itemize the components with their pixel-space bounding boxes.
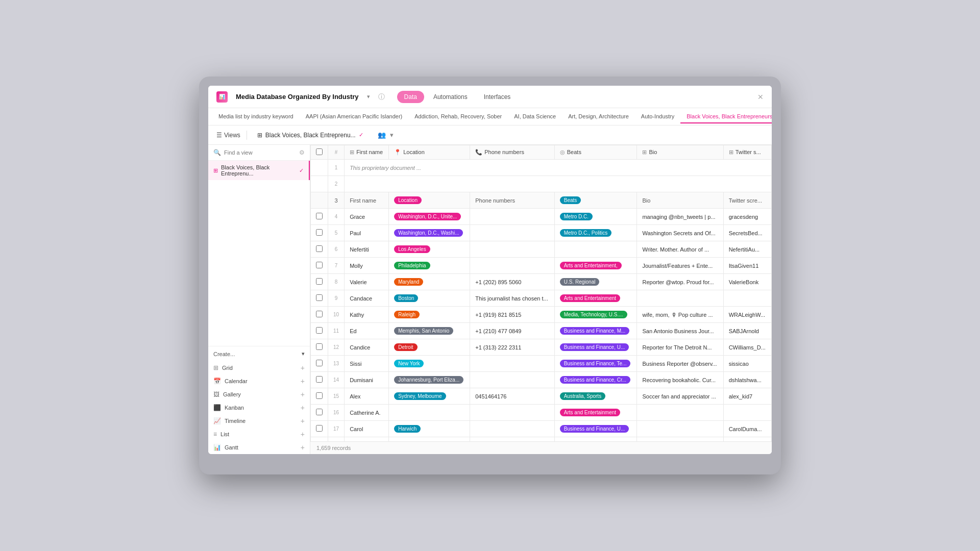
current-view-tag[interactable]: ⊞ Black Voices, Black Entreprenu... ✓ [253, 130, 368, 140]
cell-phone [470, 241, 555, 258]
cell-phone: +1 (210) 477 0849 [470, 323, 555, 339]
phone-col-icon: 📞 [475, 149, 482, 155]
chevron-down-icon[interactable]: ▾ [390, 131, 394, 139]
cell-phone: 0451464176 [470, 388, 555, 405]
row-checkbox[interactable] [316, 327, 323, 334]
table-row-notice: 1 This proprietary document ... [311, 160, 772, 176]
table-row: 7 Molly Philadelphia Arts and Entertainm… [311, 258, 772, 274]
db-tab-black-voices[interactable]: Black Voices, Black Entrepreneurship, Bl… [680, 110, 772, 123]
nav-tab-data[interactable]: Data [397, 91, 424, 103]
table-footer: 1,659 records [310, 441, 772, 454]
create-kanban-item[interactable]: ⬛ Kanban + [208, 401, 310, 414]
create-gantt-item[interactable]: 📊 Gantt + [208, 441, 310, 454]
bio-col-icon: ⊞ [642, 149, 647, 155]
row-checkbox[interactable] [316, 229, 323, 236]
row-checkbox[interactable] [316, 294, 323, 301]
cell-bio [637, 437, 723, 442]
row-checkbox[interactable] [316, 392, 323, 399]
cell-location: Philadelphia [389, 258, 470, 274]
create-list-item[interactable]: ≡ List + [208, 428, 310, 441]
cell-phone [470, 405, 555, 421]
create-timeline-item[interactable]: 📈 Timeline + [208, 414, 310, 428]
view-check-icon: ✓ [359, 132, 363, 138]
dropdown-arrow-icon[interactable]: ▾ [367, 93, 370, 100]
header-firstname: First name [345, 192, 389, 209]
views-button[interactable]: ☰ Views [216, 132, 240, 139]
row-checkbox[interactable] [316, 343, 323, 350]
nav-tab-automations[interactable]: Automations [426, 91, 475, 103]
table-row: 14 Dumisani Johannesburg, Port Eliza... … [311, 372, 772, 388]
gear-icon[interactable]: ⚙ [299, 149, 305, 156]
sidebar-view-item-black-voices[interactable]: ⊞ Black Voices, Black Entreprenu... ✓ [208, 161, 310, 180]
cell-twitter: WRALeighW... [723, 307, 771, 323]
row-checkbox[interactable] [316, 278, 323, 285]
cell-bio: Writer. Mother. Author of ... [637, 241, 723, 258]
row-checkbox[interactable] [316, 360, 323, 366]
cell-bio: wife, mom, 🎙 Pop culture ... [637, 307, 723, 323]
nav-tab-interfaces[interactable]: Interfaces [477, 91, 518, 103]
cell-beats: Arts and Entertainment [554, 290, 637, 307]
create-calendar-label: Calendar [225, 378, 248, 384]
row-checkbox[interactable] [316, 213, 323, 219]
cell-name: Paul [345, 225, 389, 241]
cell-location: Memphis, San Antonio [389, 323, 470, 339]
create-gallery-item[interactable]: 🖼 Gallery + [208, 388, 310, 401]
create-calendar-item[interactable]: 📅 Calendar + [208, 374, 310, 388]
cell-name: Sissi [345, 356, 389, 372]
cell-location: Sydney, Melbourne [389, 388, 470, 405]
plus-icon-lst: + [301, 430, 305, 438]
db-tab-ai[interactable]: AI, Data Science [508, 110, 562, 123]
cell-twitter: gracesdeng [723, 209, 771, 225]
col-bio[interactable]: ⊞Bio [637, 145, 723, 160]
views-icon: ☰ [216, 132, 222, 139]
cell-beats: U.S. Regional [554, 274, 637, 290]
info-icon[interactable]: ⓘ [378, 92, 385, 102]
cell-name: Carol [345, 421, 389, 437]
row-checkbox[interactable] [316, 409, 323, 415]
cell-name: Molly [345, 258, 389, 274]
cell-beats: Metro D.C., Politics [554, 225, 637, 241]
col-beats[interactable]: ◎Beats [554, 145, 637, 160]
close-button[interactable]: ✕ [757, 93, 764, 101]
cell-bio: Reporter for The Detroit N... [637, 339, 723, 356]
col-first-name[interactable]: ⊞First name [345, 145, 389, 160]
table-row: 6 Nefertiti Los Angeles Writer. Mother. … [311, 241, 772, 258]
cell-location: Washington, D.C., Unite... [389, 209, 470, 225]
cell-beats: Australia, Sports [554, 388, 637, 405]
cell-phone [470, 356, 555, 372]
cell-name: Nefertiti [345, 241, 389, 258]
db-tab-art[interactable]: Art, Design, Architecture [562, 110, 635, 123]
db-tab-media-list[interactable]: Media list by industry keyword [212, 110, 300, 123]
db-tab-aapi[interactable]: AAPI (Asian American Pacific Islander) [300, 110, 409, 123]
cell-bio: Soccer fan and appreciator ... [637, 388, 723, 405]
row-checkbox[interactable] [316, 245, 323, 252]
create-grid-item[interactable]: ⊞ Grid + [208, 361, 310, 374]
cell-phone [470, 372, 555, 388]
row-checkbox[interactable] [316, 262, 323, 268]
select-all-checkbox[interactable] [316, 148, 323, 155]
cell-twitter: ValerieBonk [723, 274, 771, 290]
row-checkbox[interactable] [316, 376, 323, 383]
table-row: 17 Carol Harwich Business and Finance, U… [311, 421, 772, 437]
db-tab-addiction[interactable]: Addiction, Rehab, Recovery, Sober [408, 110, 508, 123]
table-scroll[interactable]: # ⊞First name 📍Location 📞Phone numbers ◎… [310, 145, 772, 441]
search-input[interactable] [224, 149, 296, 156]
table-row: 5 Paul Washington, D.C., Washi... Metro … [311, 225, 772, 241]
people-icon[interactable]: 👥 [378, 131, 386, 139]
cell-bio: managing @nbn_tweets | p... [637, 209, 723, 225]
col-phone[interactable]: 📞Phone numbers [470, 145, 555, 160]
sidebar-check-icon: ✓ [299, 167, 304, 174]
twitter-col-icon: ⊞ [729, 149, 733, 155]
laptop-screen: 📊 Media Database Organized By Industry ▾… [208, 86, 772, 454]
col-twitter[interactable]: ⊞Twitter s... [723, 145, 771, 160]
cell-location: Atlanta [389, 437, 470, 442]
row-checkbox[interactable] [316, 311, 323, 317]
create-header[interactable]: Create... ▾ [208, 346, 310, 361]
cell-twitter: CWilliams_D... [723, 339, 771, 356]
cell-name: Candace [345, 290, 389, 307]
col-location[interactable]: 📍Location [389, 145, 470, 160]
row-checkbox[interactable] [316, 425, 323, 432]
db-tab-auto[interactable]: Auto-Industry [635, 110, 680, 123]
cell-location: Los Angeles [389, 241, 470, 258]
col-checkbox[interactable] [311, 145, 328, 160]
